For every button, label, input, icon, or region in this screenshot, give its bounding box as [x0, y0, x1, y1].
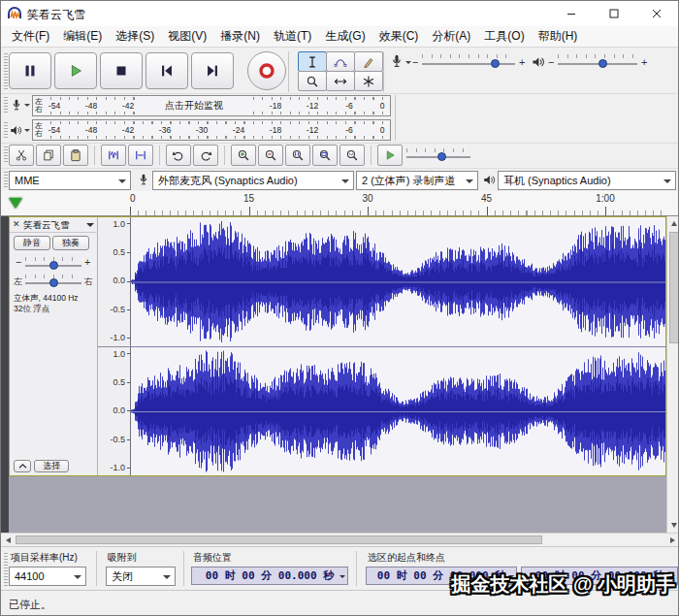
- track-menu-arrow-icon[interactable]: [86, 223, 94, 231]
- menu-select[interactable]: 选择(S): [109, 26, 161, 47]
- playback-volume-slider[interactable]: [558, 52, 637, 72]
- menu-transport[interactable]: 播录(N): [213, 26, 267, 47]
- audio-host-select[interactable]: MME: [9, 171, 131, 190]
- recording-volume-thumb[interactable]: [491, 59, 500, 68]
- maximize-button[interactable]: [593, 1, 635, 26]
- meter-scale-label: -6: [345, 125, 353, 135]
- mute-button[interactable]: 静音: [14, 236, 50, 250]
- menu-view[interactable]: 视图(V): [161, 26, 213, 47]
- scroll-right-button[interactable]: [666, 534, 679, 546]
- menu-edit[interactable]: 编辑(E): [56, 26, 109, 47]
- play-at-speed-button[interactable]: [377, 145, 403, 166]
- pan-thumb[interactable]: [49, 278, 58, 287]
- menu-effect[interactable]: 效果(C): [372, 26, 426, 47]
- selection-tool-button[interactable]: [298, 51, 327, 72]
- silence-audio-button[interactable]: [128, 145, 153, 166]
- timeline-label: 30: [362, 193, 372, 204]
- scroll-left-button[interactable]: [2, 534, 15, 546]
- menu-tools[interactable]: 工具(O): [477, 26, 531, 47]
- zoom-toggle-button[interactable]: [340, 145, 365, 166]
- horizontal-scroll-thumb[interactable]: [16, 535, 542, 544]
- audio-position-field[interactable]: 00 时 00 分 00.000 秒: [191, 567, 348, 585]
- vertical-scale-ruler[interactable]: 1.0 0.5 0.0 -0.5 -1.0 1.0 0.5 0.0 -0.5 -…: [98, 217, 131, 475]
- scale-label: 0.0: [113, 405, 125, 415]
- pause-button[interactable]: [9, 52, 51, 89]
- snap-to-select[interactable]: 关闭: [106, 567, 176, 586]
- minimize-button[interactable]: [550, 1, 593, 26]
- scroll-up-button[interactable]: [667, 217, 679, 230]
- zoom-out-button[interactable]: [258, 145, 283, 166]
- close-button[interactable]: [635, 1, 678, 26]
- pause-icon: [21, 62, 39, 80]
- vertical-scrollbar[interactable]: [666, 216, 679, 533]
- meter-scale-label: -42: [122, 125, 134, 135]
- play-button[interactable]: [54, 52, 97, 89]
- project-rate-select[interactable]: 44100: [9, 567, 86, 586]
- play-speed-thumb[interactable]: [437, 152, 446, 161]
- recording-volume-slider[interactable]: [422, 52, 515, 72]
- menu-generate[interactable]: 生成(G): [318, 26, 372, 47]
- fit-project-button[interactable]: [312, 145, 338, 166]
- menu-analyze[interactable]: 分析(A): [425, 26, 477, 47]
- redo-button[interactable]: [193, 145, 218, 166]
- track-close-button[interactable]: ✕: [13, 219, 20, 229]
- title-bar: 笑看云飞雪: [1, 1, 678, 27]
- horizontal-scrollbar[interactable]: [1, 533, 679, 546]
- timeline-ruler[interactable]: 0 15 30 45 1:00: [1, 191, 679, 216]
- paste-button[interactable]: [63, 145, 88, 166]
- scroll-down-button[interactable]: [667, 519, 679, 532]
- meter-scale-label: -54: [48, 125, 60, 135]
- recording-meter[interactable]: 左 右 -54 -48 -42 -36 -30 -24 -18 -12 -6 0…: [32, 95, 391, 116]
- skip-to-start-button[interactable]: [146, 52, 188, 89]
- envelope-tool-button[interactable]: [326, 51, 355, 72]
- trim-audio-button[interactable]: [101, 145, 126, 166]
- gain-slider[interactable]: [25, 256, 81, 272]
- fit-selection-button[interactable]: [285, 145, 310, 166]
- chevron-down-icon: [340, 575, 345, 581]
- waveform-display[interactable]: [131, 217, 665, 475]
- skip-end-icon: [204, 62, 221, 80]
- minimize-icon: [566, 9, 576, 18]
- copy-button[interactable]: [36, 145, 61, 166]
- track-select-button[interactable]: 选择: [34, 460, 69, 472]
- menu-file[interactable]: 文件(F): [5, 26, 56, 47]
- audio-track: ✕ 笑看云飞雪 静音 独奏 − + 左 右: [9, 216, 666, 476]
- arrow-left-icon: [3, 537, 11, 543]
- menu-help[interactable]: 帮助(H): [532, 26, 585, 47]
- input-channels-select[interactable]: 2 (立体声) 录制声道: [356, 171, 478, 190]
- solo-button[interactable]: 独奏: [52, 236, 89, 250]
- track-select-label: 选择: [43, 460, 60, 472]
- timeline-scale[interactable]: 0 15 30 45 1:00: [130, 191, 666, 215]
- scissors-icon: [15, 148, 28, 162]
- collapse-track-button[interactable]: [14, 460, 31, 472]
- multi-tool-button[interactable]: [354, 71, 383, 91]
- menu-tracks[interactable]: 轨道(T): [267, 26, 318, 47]
- zoom-in-button[interactable]: [231, 145, 256, 166]
- play-speed-slider[interactable]: [404, 146, 472, 165]
- waveform-left-channel[interactable]: [131, 217, 665, 346]
- gain-thumb[interactable]: [49, 261, 58, 270]
- scale-label: 0.5: [113, 247, 125, 257]
- timeshift-tool-button[interactable]: [326, 71, 355, 91]
- meter-scale-label: -48: [85, 101, 97, 111]
- status-text: 已停止。: [9, 598, 51, 612]
- input-device-select[interactable]: 外部麦克风 (Synaptics Audio): [152, 171, 354, 190]
- pan-slider[interactable]: [25, 274, 81, 289]
- playback-volume-thumb[interactable]: [598, 59, 607, 68]
- chevron-down-icon: [118, 179, 126, 187]
- redo-icon: [199, 148, 212, 162]
- stop-button[interactable]: [100, 52, 143, 89]
- watermark: 掘金技术社区 @ 小明助手: [451, 571, 675, 598]
- track-title[interactable]: 笑看云飞雪: [23, 219, 70, 232]
- output-device-select[interactable]: 耳机 (Synaptics Audio): [498, 171, 676, 190]
- monitor-hint[interactable]: 点击开始监视: [142, 97, 246, 114]
- vertical-scroll-thumb[interactable]: [669, 232, 679, 343]
- waveform-right-channel[interactable]: [131, 347, 665, 475]
- skip-to-end-button[interactable]: [191, 52, 234, 89]
- cut-button[interactable]: [9, 145, 34, 166]
- draw-tool-button[interactable]: [354, 51, 383, 72]
- undo-button[interactable]: [166, 145, 191, 166]
- record-button[interactable]: [247, 51, 286, 90]
- playback-meter[interactable]: 左 右 -54 -48 -42 -36 -30 -24 -18 -12 -6 0: [32, 119, 391, 141]
- zoom-tool-button[interactable]: [298, 71, 327, 91]
